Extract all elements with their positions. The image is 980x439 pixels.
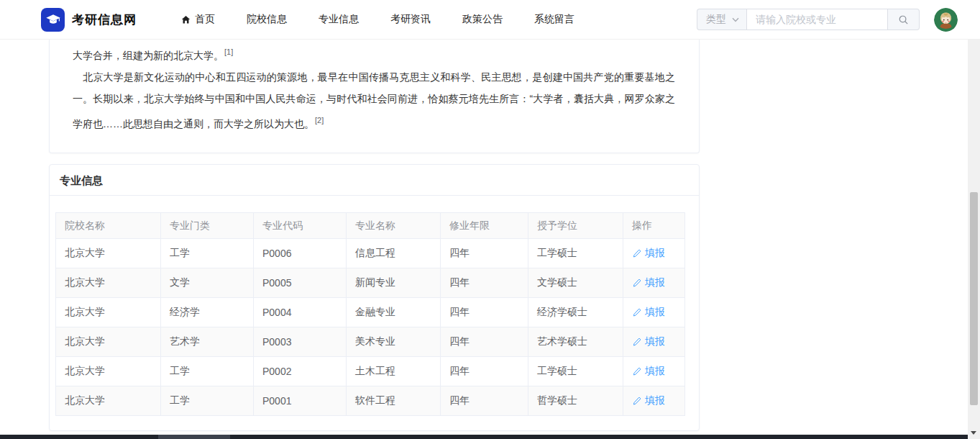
cell-degree: 工学硕士 xyxy=(528,239,623,268)
fill-report-link[interactable]: 填报 xyxy=(632,365,665,378)
nav-item-home[interactable]: 首页 xyxy=(181,13,215,26)
table-row: 北京大学文学P0005新闻专业四年文学硕士填报 xyxy=(56,268,685,298)
edit-pencil-icon xyxy=(632,397,641,406)
cell-major: 土木工程 xyxy=(347,357,441,386)
table-row: 北京大学经济学P0004金融专业四年经济学硕士填报 xyxy=(56,298,685,327)
cell-category: 工学 xyxy=(161,386,254,416)
cell-code: P0004 xyxy=(254,298,347,327)
nav-item-policy[interactable]: 政策公告 xyxy=(462,13,503,26)
fill-report-link[interactable]: 填报 xyxy=(632,394,665,407)
col-major: 专业名称 xyxy=(347,213,441,239)
cell-major: 信息工程 xyxy=(347,239,441,268)
cell-years: 四年 xyxy=(441,298,528,327)
cell-major: 软件工程 xyxy=(347,386,441,416)
nav-item-messages[interactable]: 系统留言 xyxy=(534,13,574,26)
chevron-down-icon xyxy=(732,17,739,22)
fill-report-link[interactable]: 填报 xyxy=(632,276,665,289)
col-category: 专业门类 xyxy=(161,213,254,239)
majors-table: 院校名称 专业门类 专业代码 专业名称 修业年限 授予学位 操作 北京大学工学P… xyxy=(55,212,685,416)
cell-code: P0005 xyxy=(254,268,347,298)
university-intro-card: 大学合并，组建为新的北京大学。[1] 北京大学是新文化运动的中心和五四运动的策源… xyxy=(49,40,700,153)
cell-code: P0002 xyxy=(254,357,347,386)
cell-category: 文学 xyxy=(161,268,254,298)
graduation-cap-logo-icon xyxy=(41,8,65,32)
search-input[interactable] xyxy=(746,9,888,30)
cell-school: 北京大学 xyxy=(56,268,161,298)
brand-name: 考研信息网 xyxy=(72,12,137,28)
main-nav: 首页 院校信息 专业信息 考研资讯 政策公告 系统留言 xyxy=(181,13,574,26)
cell-years: 四年 xyxy=(441,357,528,386)
scrollbar-thumb[interactable] xyxy=(970,192,978,405)
cell-years: 四年 xyxy=(441,239,528,268)
majors-table-wrap: 院校名称 专业门类 专业代码 专业名称 修业年限 授予学位 操作 北京大学工学P… xyxy=(50,196,699,432)
col-school: 院校名称 xyxy=(56,213,161,239)
header: 考研信息网 首页 院校信息 专业信息 考研资讯 政策公告 系统留言 xyxy=(0,0,980,40)
edit-pencil-icon xyxy=(632,367,641,376)
brand[interactable]: 考研信息网 xyxy=(41,8,137,32)
cell-action: 填报 xyxy=(623,386,685,416)
majors-table-body: 北京大学工学P0006信息工程四年工学硕士填报北京大学文学P0005新闻专业四年… xyxy=(56,239,685,416)
col-action: 操作 xyxy=(623,213,685,239)
fill-report-link[interactable]: 填报 xyxy=(632,306,665,319)
cell-category: 艺术学 xyxy=(161,327,254,357)
citation-ref-2: [2] xyxy=(315,116,324,125)
card-title: 专业信息 xyxy=(50,165,699,196)
table-header-row: 院校名称 专业门类 专业代码 专业名称 修业年限 授予学位 操作 xyxy=(56,213,685,239)
cell-code: P0001 xyxy=(254,386,347,416)
cell-school: 北京大学 xyxy=(56,357,161,386)
cell-degree: 哲学硕士 xyxy=(528,386,623,416)
col-code: 专业代码 xyxy=(254,213,347,239)
cell-school: 北京大学 xyxy=(56,298,161,327)
edit-pencil-icon xyxy=(632,308,641,317)
main-content: 大学合并，组建为新的北京大学。[1] 北京大学是新文化运动的中心和五四运动的策源… xyxy=(49,40,700,431)
cell-school: 北京大学 xyxy=(56,327,161,357)
cell-major: 新闻专业 xyxy=(347,268,441,298)
nav-item-college-info[interactable]: 院校信息 xyxy=(247,13,287,26)
intro-paragraph: 北京大学是新文化运动的中心和五四运动的策源地，最早在中国传播马克思主义和科学、民… xyxy=(73,66,675,135)
nav-item-major-info[interactable]: 专业信息 xyxy=(319,13,359,26)
search-icon xyxy=(898,14,909,25)
avatar-girl-icon xyxy=(934,8,958,32)
cell-action: 填报 xyxy=(623,268,685,298)
cell-years: 四年 xyxy=(441,327,528,357)
avatar[interactable] xyxy=(934,8,958,32)
type-select[interactable]: 类型 xyxy=(697,9,746,30)
cell-degree: 艺术学硕士 xyxy=(528,327,623,357)
cell-major: 金融专业 xyxy=(347,298,441,327)
cell-category: 工学 xyxy=(161,239,254,268)
cell-school: 北京大学 xyxy=(56,386,161,416)
cell-degree: 经济学硕士 xyxy=(528,298,623,327)
edit-pencil-icon xyxy=(632,249,641,258)
major-info-card: 专业信息 院校名称 专业门类 专业代码 专业名称 修业年限 xyxy=(49,164,700,431)
cell-code: P0006 xyxy=(254,239,347,268)
fill-report-link[interactable]: 填报 xyxy=(632,335,665,348)
table-row: 北京大学工学P0006信息工程四年工学硕士填报 xyxy=(56,239,685,268)
cell-category: 工学 xyxy=(161,357,254,386)
cell-major: 美术专业 xyxy=(347,327,441,357)
footer-edge xyxy=(0,435,968,439)
cell-action: 填报 xyxy=(623,327,685,357)
cell-category: 经济学 xyxy=(161,298,254,327)
scrollbar-down-arrow-icon[interactable] xyxy=(971,431,976,435)
table-row: 北京大学工学P0001软件工程四年哲学硕士填报 xyxy=(56,386,685,416)
col-years: 修业年限 xyxy=(441,213,528,239)
home-icon xyxy=(181,15,191,24)
cell-degree: 工学硕士 xyxy=(528,357,623,386)
edit-pencil-icon xyxy=(632,338,641,347)
cell-action: 填报 xyxy=(623,239,685,268)
fill-report-link[interactable]: 填报 xyxy=(632,247,665,260)
cell-action: 填报 xyxy=(623,298,685,327)
search-group: 类型 xyxy=(697,9,920,30)
cell-years: 四年 xyxy=(441,268,528,298)
nav-item-news[interactable]: 考研资讯 xyxy=(390,13,431,26)
cell-school: 北京大学 xyxy=(56,239,161,268)
col-degree: 授予学位 xyxy=(528,213,623,239)
scrollbar-track[interactable] xyxy=(968,40,980,439)
citation-ref-1: [1] xyxy=(224,47,233,56)
cell-years: 四年 xyxy=(441,386,528,416)
cell-code: P0003 xyxy=(254,327,347,357)
table-row: 北京大学工学P0002土木工程四年工学硕士填报 xyxy=(56,357,685,386)
search-button[interactable] xyxy=(888,9,920,30)
footer-edge-segment xyxy=(158,435,230,439)
page: 考研信息网 首页 院校信息 专业信息 考研资讯 政策公告 系统留言 xyxy=(0,0,980,439)
